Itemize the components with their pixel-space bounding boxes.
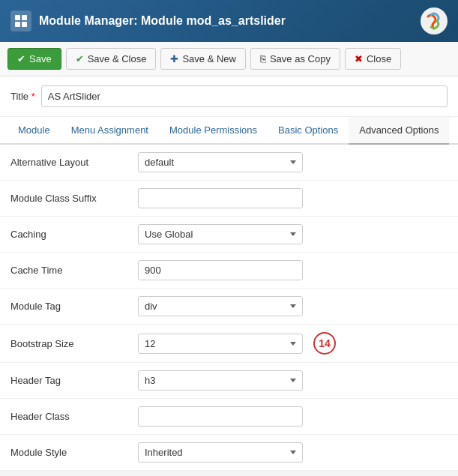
bootstrap-size-row: Bootstrap Size 12 1 2 3 4 6 8 14	[0, 325, 458, 363]
title-input[interactable]	[41, 85, 448, 107]
module-tag-select[interactable]: div span section article	[138, 296, 303, 316]
header-class-label: Header Class	[10, 411, 138, 422]
tab-menu-assignment[interactable]: Menu Assignment	[61, 117, 159, 145]
cache-time-label: Cache Time	[10, 265, 138, 276]
save-button[interactable]: ✔ Save	[7, 48, 61, 70]
cache-time-control	[138, 260, 448, 280]
module-style-row: Module Style Inherited None Table Card N…	[0, 435, 458, 471]
title-row: Title *	[0, 76, 458, 117]
module-tag-control: div span section article	[138, 296, 448, 316]
form-area: Alternative Layout default Module Class …	[0, 145, 458, 471]
close-button-label: Close	[367, 53, 391, 64]
page-title: Module Manager: Module mod_as_artslider	[39, 14, 413, 28]
save-copy-button[interactable]: ⎘ Save as Copy	[250, 48, 340, 70]
toolbar: ✔ Save ✔ Save & Close ✚ Save & New ⎘ Sav…	[0, 42, 458, 76]
bootstrap-size-select[interactable]: 12 1 2 3 4 6 8	[138, 334, 303, 354]
alternative-layout-row: Alternative Layout default	[0, 145, 458, 181]
module-class-suffix-input[interactable]	[138, 188, 303, 208]
header-class-row: Header Class	[0, 399, 458, 435]
tabs-bar: Module Menu Assignment Module Permission…	[0, 117, 458, 145]
save-copy-button-label: Save as Copy	[270, 53, 331, 64]
header-tag-control: h3 h1 h2 h4 h5 h6	[138, 370, 448, 391]
alternative-layout-label: Alternative Layout	[10, 157, 138, 168]
module-style-control: Inherited None Table Card No Styling Xht…	[138, 442, 448, 463]
save-new-button[interactable]: ✚ Save & New	[160, 48, 246, 70]
save-button-label: Save	[29, 53, 52, 64]
cache-time-input[interactable]	[138, 260, 303, 280]
caching-select[interactable]: Use Global No Caching	[138, 224, 303, 244]
required-indicator: *	[28, 91, 35, 102]
svg-rect-2	[15, 22, 20, 27]
save-new-plus-icon: ✚	[170, 53, 178, 64]
caching-label: Caching	[10, 229, 138, 240]
cache-time-row: Cache Time	[0, 253, 458, 289]
joomla-logo	[421, 7, 448, 34]
svg-rect-3	[22, 22, 27, 27]
tab-module-permissions[interactable]: Module Permissions	[159, 117, 268, 145]
caching-control: Use Global No Caching	[138, 224, 448, 244]
module-style-label: Module Style	[10, 447, 138, 458]
header-tag-select[interactable]: h3 h1 h2 h4 h5 h6	[138, 370, 303, 391]
close-button[interactable]: ✖ Close	[345, 48, 401, 70]
header-tag-label: Header Tag	[10, 375, 138, 386]
save-close-button-label: Save & Close	[88, 53, 147, 64]
svg-rect-1	[22, 15, 27, 20]
header-class-input[interactable]	[138, 406, 303, 427]
svg-rect-0	[15, 15, 20, 20]
save-close-check-icon: ✔	[76, 53, 84, 64]
module-tag-row: Module Tag div span section article	[0, 289, 458, 325]
bootstrap-size-label: Bootstrap Size	[10, 338, 138, 349]
caching-row: Caching Use Global No Caching	[0, 217, 458, 253]
module-tag-label: Module Tag	[10, 301, 138, 312]
bootstrap-badge: 14	[313, 332, 336, 355]
module-manager-icon	[10, 10, 31, 31]
save-new-button-label: Save & New	[182, 53, 236, 64]
header-class-control	[138, 406, 448, 427]
title-label: Title *	[10, 91, 35, 102]
module-class-suffix-row: Module Class Suffix	[0, 181, 458, 217]
save-close-button[interactable]: ✔ Save & Close	[66, 48, 157, 70]
tab-advanced-options[interactable]: Advanced Options	[349, 117, 449, 145]
bootstrap-size-control: 12 1 2 3 4 6 8 14	[138, 332, 448, 355]
tab-module[interactable]: Module	[7, 117, 61, 145]
module-class-suffix-control	[138, 188, 448, 208]
save-copy-icon: ⎘	[260, 53, 266, 64]
header-tag-row: Header Tag h3 h1 h2 h4 h5 h6	[0, 363, 458, 399]
module-class-suffix-label: Module Class Suffix	[10, 193, 138, 204]
alternative-layout-select[interactable]: default	[138, 152, 303, 172]
module-style-select[interactable]: Inherited None Table Card No Styling Xht…	[138, 442, 303, 463]
close-x-icon: ✖	[355, 53, 363, 64]
header-bar: Module Manager: Module mod_as_artslider	[0, 0, 458, 42]
alternative-layout-control: default	[138, 152, 448, 172]
tab-basic-options[interactable]: Basic Options	[268, 117, 349, 145]
save-check-icon: ✔	[17, 53, 25, 64]
